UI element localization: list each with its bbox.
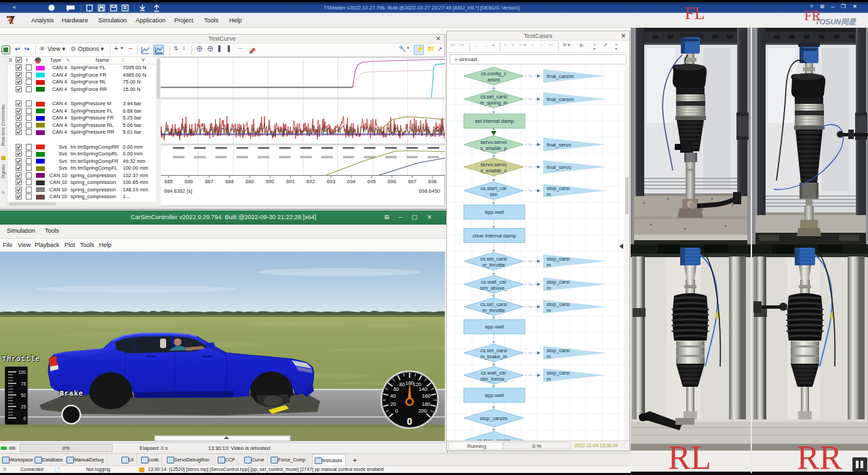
svg-text:final_carsim: final_carsim [547,96,574,102]
svg-text:m_brake_m: m_brake_m [480,354,507,360]
svg-text:s_enable_c: s_enable_c [481,168,507,174]
svg-text:m: m [547,376,551,382]
svg-text:200: 200 [418,408,427,414]
svg-text:140: 140 [418,386,427,392]
svg-text:692: 692 [307,178,315,185]
svg-text:arsim: arsim [488,77,500,83]
svg-text:m: m [547,307,551,314]
svg-text:80: 80 [399,381,405,387]
svg-text:m_throttle: m_throttle [482,307,505,314]
svg-text:m_throttle: m_throttle [482,262,505,268]
svg-text:691: 691 [286,178,295,185]
svg-text:sim: sim [490,191,498,197]
svg-text:100: 100 [18,370,26,375]
svg-text:687: 687 [205,178,214,185]
svg-text:694: 694 [347,178,356,185]
svg-text:m: m [547,191,551,197]
svg-text:20: 20 [391,401,396,407]
svg-text:50: 50 [21,393,26,398]
svg-text:m_spring_in: m_spring_in [480,100,508,106]
svg-text:0: 0 [23,416,26,421]
svg-text:set internal damp: set internal damp [475,118,514,124]
svg-text:final_servo: final_servo [547,164,571,170]
svg-text:40: 40 [390,393,395,399]
svg-text:689: 689 [245,178,254,185]
svg-text:0: 0 [407,416,412,427]
svg-text:clear internal damp: clear internal damp [473,233,516,239]
svg-text:684.8362 [s]: 684.8362 [s] [164,188,192,194]
svg-text:0: 0 [395,408,398,414]
svg-text:160: 160 [422,393,431,399]
svg-text:695: 695 [368,178,376,185]
svg-text:690: 690 [266,178,275,185]
svg-text:180: 180 [422,401,431,407]
svg-text:app.wait: app.wait [485,324,505,330]
svg-text:sim_below_: sim_below_ [480,376,507,382]
svg-text:693: 693 [327,178,336,185]
svg-text:m: m [547,285,551,291]
svg-text:final_carsim: final_carsim [547,73,574,79]
svg-text:m: m [547,262,551,268]
svg-text:698.6450: 698.6450 [419,188,440,194]
svg-text:60: 60 [393,386,399,392]
svg-text:app.wait: app.wait [485,209,505,215]
svg-text:sim_above_: sim_above_ [480,285,508,291]
svg-text:final_servo: final_servo [547,142,571,148]
svg-text:696: 696 [388,178,397,185]
svg-text:m: m [547,354,551,360]
svg-text:697: 697 [408,178,417,185]
svg-text:698: 698 [429,178,437,185]
svg-text:stop_carsim: stop_carsim [480,415,507,421]
svg-text:688: 688 [225,178,234,185]
svg-text:s_enable_p: s_enable_p [481,145,507,151]
svg-text:75: 75 [21,381,26,386]
svg-text:app.wait: app.wait [485,392,505,398]
svg-text:685: 685 [164,178,173,185]
svg-text:686: 686 [184,178,193,185]
svg-text:25: 25 [21,404,26,409]
